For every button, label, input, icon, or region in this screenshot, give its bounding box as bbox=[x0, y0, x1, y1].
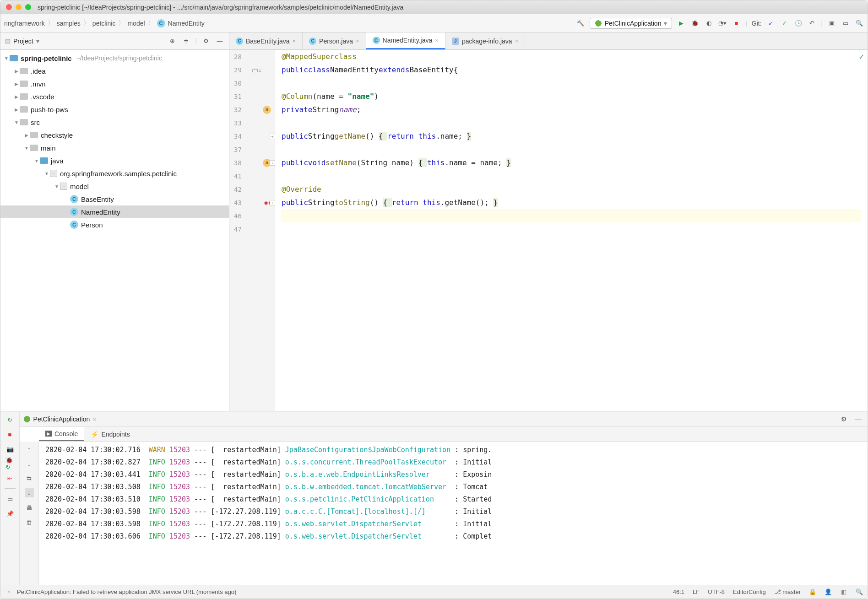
tree-item[interactable]: ▶.idea bbox=[0, 65, 229, 77]
annotation-mark-icon[interactable]: a bbox=[263, 106, 271, 114]
close-icon[interactable]: × bbox=[356, 38, 359, 44]
log-line[interactable]: 2020-02-04 17:30:03.598 INFO 15203 --- [… bbox=[45, 518, 868, 530]
hide-icon[interactable]: — bbox=[854, 415, 863, 424]
layout-icon[interactable]: ▭ bbox=[5, 494, 15, 503]
expand-all-icon[interactable]: ≑ bbox=[182, 37, 191, 46]
expand-icon[interactable]: ▼ bbox=[13, 120, 20, 125]
expand-icon[interactable]: ▶ bbox=[13, 69, 20, 74]
breadcrumb-item[interactable]: ringframework bbox=[4, 20, 45, 27]
tree-item[interactable]: ▼▫model bbox=[0, 180, 229, 193]
tree-item[interactable]: ▼java bbox=[0, 154, 229, 167]
log-line[interactable]: 2020-02-04 17:30:02.716 WARN 15203 --- [… bbox=[45, 443, 868, 456]
scroll-to-end-icon[interactable]: ⤓ bbox=[25, 488, 34, 497]
project-view-icon[interactable]: ▤ bbox=[5, 38, 11, 44]
console-tab[interactable]: ▶ Console bbox=[39, 427, 84, 441]
log-line[interactable]: 2020-02-04 17:30:02.827 INFO 15203 --- [… bbox=[45, 456, 868, 468]
gutter-line[interactable]: 31 bbox=[229, 90, 275, 103]
print-icon[interactable]: 🖶 bbox=[25, 503, 34, 512]
dump-icon[interactable]: 📷 bbox=[5, 444, 15, 453]
rerun-failed-icon[interactable]: 🐞↻ bbox=[5, 459, 15, 468]
gutter-line[interactable]: 28 bbox=[229, 50, 275, 63]
coverage-icon[interactable]: ◐ bbox=[704, 19, 713, 28]
rerun-icon[interactable]: ↻ bbox=[5, 415, 15, 424]
tree-item[interactable]: ▶push-to-pws bbox=[0, 103, 229, 116]
stop-icon[interactable]: ■ bbox=[732, 19, 741, 28]
status-message[interactable]: PetClinicApplication: Failed to retrieve… bbox=[17, 588, 236, 595]
gutter-line[interactable]: 42 bbox=[229, 183, 275, 196]
debug-icon[interactable]: 🐞 bbox=[690, 19, 700, 28]
editorconfig-indicator[interactable]: EditorConfig bbox=[733, 588, 766, 595]
tool-windows-icon[interactable]: ▫ bbox=[5, 588, 12, 596]
breadcrumb-item[interactable]: petclinic bbox=[92, 20, 116, 27]
project-tree[interactable]: ▼ spring-petclinic ~/IdeaProjects/spring… bbox=[0, 50, 229, 411]
override-icon[interactable]: ●↑ bbox=[265, 200, 271, 206]
editor-tab[interactable]: CNamedEntity.java× bbox=[366, 32, 445, 49]
up-icon[interactable]: ↑ bbox=[25, 444, 34, 453]
gear-icon[interactable]: ⚙ bbox=[839, 415, 848, 424]
expand-icon[interactable]: ▶ bbox=[13, 81, 20, 86]
window-zoom-button[interactable] bbox=[25, 4, 31, 10]
close-icon[interactable]: × bbox=[515, 38, 519, 44]
tree-item[interactable]: ▶checkstyle bbox=[0, 129, 229, 141]
gutter-line[interactable]: 37 bbox=[229, 143, 275, 156]
tree-item[interactable]: CPerson bbox=[0, 218, 229, 231]
log-line[interactable]: 2020-02-04 17:30:03.510 INFO 15203 --- [… bbox=[45, 493, 868, 505]
gutter-line[interactable]: 46 bbox=[229, 209, 275, 222]
window-close-button[interactable] bbox=[6, 4, 12, 10]
stop-icon[interactable]: ■ bbox=[5, 430, 15, 439]
tree-item[interactable]: CNamedEntity bbox=[0, 205, 229, 218]
run-config-selector[interactable]: PetClinicApplication ▾ bbox=[590, 18, 673, 29]
fold-icon[interactable]: + bbox=[270, 160, 275, 166]
expand-icon[interactable]: ▶ bbox=[23, 133, 30, 138]
editor[interactable]: ✓ 2829🗃↓303132a3334+3738a+414243+●↑4647 … bbox=[229, 50, 868, 411]
inspector-icon[interactable]: 👤 bbox=[825, 588, 832, 596]
lock-icon[interactable]: 🔒 bbox=[809, 588, 816, 596]
run-anything-icon[interactable]: ▭ bbox=[841, 19, 850, 28]
tree-item[interactable]: CBaseEntity bbox=[0, 193, 229, 205]
endpoints-tab[interactable]: ⚡ Endpoints bbox=[84, 427, 136, 441]
gutter-line[interactable]: 32a bbox=[229, 103, 275, 116]
exit-icon[interactable]: ⇤ bbox=[5, 474, 15, 483]
expand-icon[interactable]: ▼ bbox=[23, 146, 30, 151]
git-update-icon[interactable]: ↙ bbox=[766, 19, 776, 28]
window-minimize-button[interactable] bbox=[16, 4, 22, 10]
gutter[interactable]: 2829🗃↓303132a3334+3738a+414243+●↑4647 bbox=[229, 50, 275, 411]
gutter-line[interactable]: 38a+ bbox=[229, 156, 275, 169]
gutter-line[interactable]: 29🗃↓ bbox=[229, 63, 275, 76]
console-output[interactable]: 2020-02-04 17:30:02.716 WARN 15203 --- [… bbox=[39, 442, 868, 585]
memory-icon[interactable]: ◧ bbox=[840, 588, 847, 596]
down-icon[interactable]: ↓ bbox=[25, 459, 34, 468]
expand-icon[interactable]: ▶ bbox=[13, 94, 20, 99]
cursor-position[interactable]: 46:1 bbox=[673, 588, 684, 595]
editor-tab[interactable]: CBaseEntity.java× bbox=[229, 32, 303, 49]
file-encoding[interactable]: UTF-8 bbox=[708, 588, 725, 595]
code-area[interactable]: @MappedSuperclass public class NamedEnti… bbox=[275, 50, 868, 411]
expand-icon[interactable]: ▼ bbox=[33, 158, 40, 163]
gear-icon[interactable]: ⚙ bbox=[201, 37, 211, 46]
locate-icon[interactable]: ⊕ bbox=[168, 37, 177, 46]
fold-icon[interactable]: + bbox=[270, 134, 275, 139]
pin-icon[interactable]: 📌 bbox=[5, 509, 15, 518]
git-revert-icon[interactable]: ↶ bbox=[808, 19, 817, 28]
project-view-title[interactable]: Project ▾ bbox=[13, 38, 39, 45]
close-icon[interactable]: × bbox=[92, 416, 96, 423]
gutter-line[interactable]: 34+ bbox=[229, 130, 275, 143]
clear-icon[interactable]: 🗑 bbox=[25, 518, 34, 527]
log-line[interactable]: 2020-02-04 17:30:03.606 INFO 15203 --- [… bbox=[45, 530, 868, 542]
gutter-line[interactable]: 33 bbox=[229, 116, 275, 130]
expand-icon[interactable]: ▼ bbox=[54, 184, 60, 189]
gutter-line[interactable]: 47 bbox=[229, 222, 275, 236]
breadcrumb[interactable]: ringframework〉 samples〉 petclinic〉 model… bbox=[4, 19, 205, 27]
zoom-icon[interactable]: 🔍 bbox=[856, 588, 863, 596]
log-line[interactable]: 2020-02-04 17:30:03.441 INFO 15203 --- [… bbox=[45, 468, 868, 480]
tree-item[interactable]: ▶.vscode bbox=[0, 90, 229, 103]
editor-tab[interactable]: Jpackage-info.java× bbox=[445, 32, 525, 49]
log-line[interactable]: 2020-02-04 17:30:03.508 INFO 15203 --- [… bbox=[45, 480, 868, 493]
editor-tab[interactable]: CPerson.java× bbox=[303, 32, 366, 49]
hide-icon[interactable]: — bbox=[215, 37, 224, 46]
close-icon[interactable]: × bbox=[435, 37, 439, 44]
line-separator[interactable]: LF bbox=[693, 588, 700, 595]
profile-icon[interactable]: ◔▾ bbox=[718, 19, 727, 28]
tree-item[interactable]: ▼▫org.springframework.samples.petclinic bbox=[0, 167, 229, 180]
gutter-line[interactable]: 43+●↑ bbox=[229, 196, 275, 209]
